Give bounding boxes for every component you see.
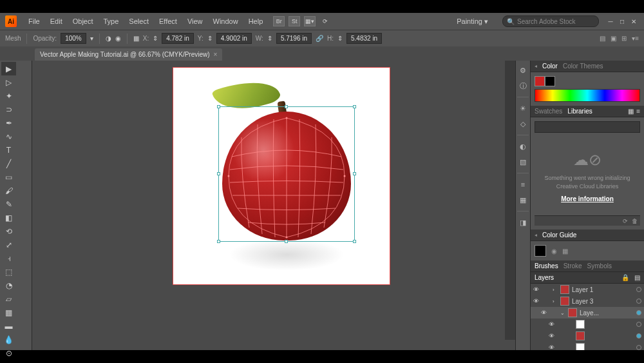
stroke-swatch[interactable] xyxy=(545,76,555,86)
layer-row[interactable]: 👁 ⌄ Laye... xyxy=(531,307,644,319)
lasso-tool[interactable]: ⊃ xyxy=(1,103,16,116)
tab-color-guide[interactable]: Color Guide xyxy=(542,231,576,239)
chevron-down-icon[interactable]: ⌄ xyxy=(560,310,565,316)
gradient-tool[interactable]: ▬ xyxy=(1,319,16,333)
shaper-tool[interactable]: ✎ xyxy=(1,197,16,211)
free-transform-tool[interactable]: ⬚ xyxy=(1,265,16,279)
search-input[interactable]: 🔍Search Adobe Stock xyxy=(502,15,599,27)
align-icon[interactable]: ▤ xyxy=(600,35,605,42)
style-icon[interactable]: ◑ xyxy=(106,35,111,42)
opacity-input[interactable]: 100% xyxy=(61,33,86,44)
vertical-scrollbar[interactable] xyxy=(505,61,515,340)
list-view-icon[interactable]: ≡ xyxy=(636,108,640,115)
lock-header-icon[interactable]: 🔒 xyxy=(621,274,629,281)
appearance-panel-icon[interactable]: ◐ xyxy=(517,141,529,152)
panel-menu-icon[interactable]: ▤ xyxy=(634,274,640,281)
variation-icon[interactable]: ▦ xyxy=(562,248,568,255)
grid-view-icon[interactable]: ▦ xyxy=(628,108,634,115)
arrange-icon[interactable]: ▦▾ xyxy=(304,16,316,26)
canvas[interactable] xyxy=(32,61,515,350)
graphic-styles-icon[interactable]: ▧ xyxy=(517,156,529,168)
tab-swatches[interactable]: Swatches xyxy=(535,108,562,115)
chevron-down-icon[interactable]: ▾ xyxy=(90,35,93,42)
tab-libraries[interactable]: Libraries xyxy=(567,108,592,115)
paintbrush-tool[interactable]: 🖌 xyxy=(1,184,16,197)
document-tab[interactable]: Vector Apple Making Tutorial.ai @ 66.67%… xyxy=(35,48,222,61)
menu-object[interactable]: Object xyxy=(68,17,99,25)
symbol-sprayer-tool[interactable]: ✱ xyxy=(1,360,16,363)
transform-icon[interactable]: ⊞ xyxy=(621,35,627,42)
line-tool[interactable]: ╱ xyxy=(1,157,16,170)
h-input[interactable]: 5.4832 in xyxy=(346,33,382,44)
chevron-right-icon[interactable]: › xyxy=(553,287,558,293)
layer-row[interactable]: 👁 xyxy=(531,342,644,350)
layer-row[interactable]: 👁 xyxy=(531,330,644,342)
y-input[interactable]: 4.9002 in xyxy=(216,33,252,44)
transform-panel-icon[interactable]: ▦ xyxy=(517,194,529,206)
minimize-icon[interactable]: ─ xyxy=(605,17,616,26)
eyedropper-tool[interactable]: 💧 xyxy=(1,333,16,346)
rotate-tool[interactable]: ⟲ xyxy=(1,224,16,238)
apple-mesh-object[interactable] xyxy=(222,112,351,240)
layer-row[interactable]: 👁 › Layer 3 xyxy=(531,295,644,307)
x-input[interactable]: 4.782 in xyxy=(162,33,194,44)
tab-brushes[interactable]: Brushes xyxy=(535,262,558,270)
info-panel-icon[interactable]: ⓘ xyxy=(517,80,529,92)
harmony-icon[interactable]: ◉ xyxy=(551,248,557,255)
layer-row[interactable]: 👁 › Layer 1 xyxy=(531,284,644,295)
brush-panel-icon[interactable]: ☀ xyxy=(517,103,529,114)
menu-edit[interactable]: Edit xyxy=(45,17,68,25)
tab-color-themes[interactable]: Color Themes xyxy=(563,63,603,70)
align-panel-icon[interactable]: ≡ xyxy=(517,179,529,190)
shape-builder-tool[interactable]: ◔ xyxy=(1,279,16,292)
menu-select[interactable]: Select xyxy=(124,17,154,25)
target-icon[interactable] xyxy=(636,333,641,338)
menu-view[interactable]: View xyxy=(182,17,208,25)
menu-help[interactable]: Help xyxy=(243,17,269,25)
selection-tool[interactable]: ▶ xyxy=(1,62,16,75)
tab-stroke[interactable]: Stroke xyxy=(564,262,582,270)
gpu-icon[interactable]: ⟳ xyxy=(319,16,331,26)
visibility-icon[interactable]: 👁 xyxy=(549,344,556,350)
stepper-icon[interactable]: ⇕ xyxy=(153,35,158,42)
visibility-icon[interactable]: 👁 xyxy=(533,286,541,293)
recolor-icon[interactable]: ◉ xyxy=(115,35,121,42)
close-tab-icon[interactable]: × xyxy=(214,51,218,58)
shape-icon[interactable]: ▣ xyxy=(611,35,616,42)
menu-type[interactable]: Type xyxy=(99,17,124,25)
link-icon[interactable]: 🔗 xyxy=(316,35,323,42)
type-tool[interactable]: T xyxy=(1,143,16,157)
menu-effect[interactable]: Effect xyxy=(154,17,182,25)
panel-menu-icon[interactable]: ▾≡ xyxy=(632,35,639,42)
menu-file[interactable]: File xyxy=(23,17,45,25)
sync-icon[interactable]: ⟳ xyxy=(623,218,628,224)
visibility-icon[interactable]: 👁 xyxy=(541,309,549,316)
layer-row[interactable]: 👁 xyxy=(531,319,644,330)
fill-swatch[interactable] xyxy=(535,76,545,86)
direct-selection-tool[interactable]: ▷ xyxy=(1,75,16,89)
stepper-icon[interactable]: ⇕ xyxy=(207,35,213,42)
tab-color[interactable]: Color xyxy=(542,63,558,70)
asset-panel-icon[interactable]: ◇ xyxy=(517,118,529,130)
workspace-switcher[interactable]: Painting ▾ xyxy=(449,16,496,27)
visibility-icon[interactable]: 👁 xyxy=(533,298,541,304)
stock-icon[interactable]: St xyxy=(289,16,300,26)
transform-anchor-icon[interactable]: ▦ xyxy=(133,35,139,42)
properties-panel-icon[interactable]: ⚙ xyxy=(517,64,529,76)
width-tool[interactable]: ⫞ xyxy=(1,251,16,265)
trash-icon[interactable]: 🗑 xyxy=(632,218,638,224)
curvature-tool[interactable]: ∿ xyxy=(1,130,16,143)
color-spectrum[interactable] xyxy=(535,89,640,102)
expand-panel-icon[interactable]: ◨ xyxy=(517,217,529,228)
bridge-icon[interactable]: Br xyxy=(273,16,285,26)
stepper-icon[interactable]: ⇕ xyxy=(337,35,343,42)
menu-window[interactable]: Window xyxy=(208,17,243,25)
scale-tool[interactable]: ⤢ xyxy=(1,238,16,251)
library-select[interactable] xyxy=(535,121,640,133)
more-information-link[interactable]: More information xyxy=(540,195,635,202)
w-input[interactable]: 5.7196 in xyxy=(276,33,312,44)
tab-symbols[interactable]: Symbols xyxy=(587,262,612,270)
tab-layers[interactable]: Layers xyxy=(535,274,554,281)
eraser-tool[interactable]: ◧ xyxy=(1,211,16,224)
base-color-swatch[interactable] xyxy=(535,245,546,257)
